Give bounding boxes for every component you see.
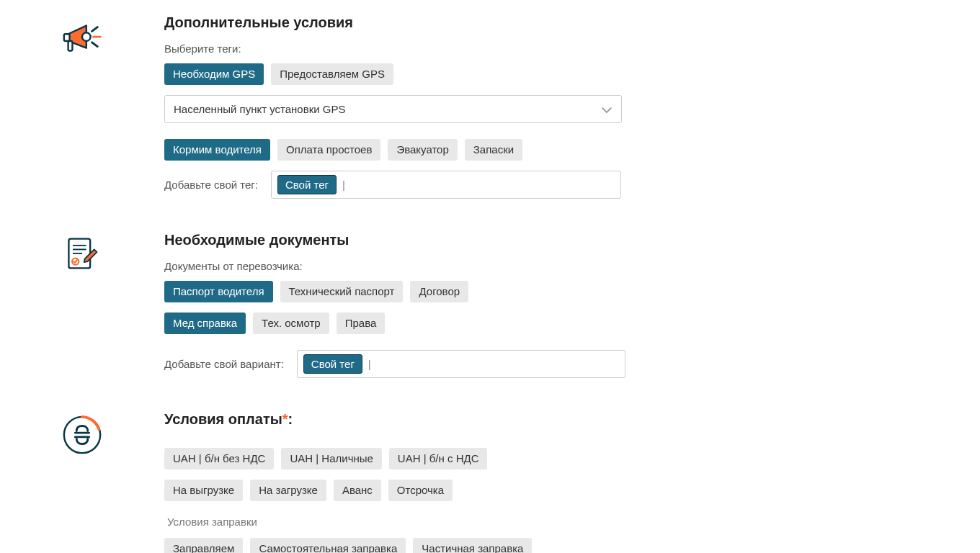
fuel-conditions-label: Условия заправки (164, 516, 625, 528)
custom-tag-label: Добавьте свой тег: (164, 179, 258, 191)
tag-tow-truck[interactable]: Эвакуатор (388, 139, 457, 161)
tag-license[interactable]: Права (337, 313, 386, 334)
payment-timing-row: На выгрузке На загрузке Аванс Отсрочка (164, 480, 625, 501)
tag-uah-noncash-vat[interactable]: UAH | б/н с НДС (389, 448, 488, 469)
svg-point-2 (82, 32, 91, 41)
tag-spares[interactable]: Запаски (465, 139, 522, 161)
documents-sub-label: Документы от перевозчика: (164, 260, 625, 272)
svg-rect-0 (64, 34, 70, 41)
custom-tag-row-additional: Добавьте свой тег: Свой тег | (164, 171, 625, 199)
payment-title-prefix: Условия оплаты (164, 411, 282, 427)
text-cursor: | (342, 179, 345, 191)
svg-line-4 (92, 27, 98, 32)
tag-on-load[interactable]: На загрузке (250, 480, 326, 501)
payment-title-suffix: : (288, 411, 293, 427)
tag-deferred[interactable]: Отсрочка (388, 480, 453, 501)
svg-line-5 (92, 42, 98, 47)
tag-on-unload[interactable]: На выгрузке (164, 480, 243, 501)
tag-tech-inspection[interactable]: Тех. осмотр (253, 313, 329, 334)
tag-need-gps[interactable]: Необходим GPS (164, 63, 264, 85)
custom-variant-row: Добавьте свой вариант: Свой тег | (164, 350, 625, 378)
icon-col (0, 232, 164, 382)
documents-tag-row-1: Паспорт водителя Технический паспорт Дог… (164, 281, 625, 302)
additional-tag-row-2: Кормим водителя Оплата простоев Эвакуато… (164, 139, 625, 161)
section-payment: Условия оплаты*: UAH | б/н без НДС UAH |… (0, 411, 980, 553)
documents-title: Необходимые документы (164, 232, 625, 248)
additional-title: Дополнительные условия (164, 14, 625, 31)
gps-tag-row: Необходим GPS Предоставляем GPS (164, 63, 625, 85)
currency-coin-icon (61, 414, 103, 459)
tag-provide-gps[interactable]: Предоставляем GPS (271, 63, 393, 85)
section-documents: Необходимые документы Документы от перев… (0, 232, 980, 382)
documents-content: Необходимые документы Документы от перев… (164, 232, 625, 382)
tag-partial-refuel[interactable]: Частичная заправка (413, 538, 532, 553)
tag-med-cert[interactable]: Мед справка (164, 313, 246, 334)
icon-col (0, 411, 164, 553)
tag-driver-passport[interactable]: Паспорт водителя (164, 281, 273, 302)
payment-title: Условия оплаты*: (164, 411, 625, 428)
tag-uah-cash[interactable]: UAH | Наличные (281, 448, 381, 469)
custom-tag-chip[interactable]: Свой тег (277, 175, 337, 194)
section-additional-conditions: Дополнительные условия Выберите теги: Не… (0, 14, 980, 203)
icon-col (0, 14, 164, 203)
custom-variant-label: Добавьте свой вариант: (164, 358, 284, 370)
document-sign-icon (63, 235, 101, 275)
custom-tag-input[interactable]: Свой тег | (271, 171, 621, 199)
tag-feed-driver[interactable]: Кормим водителя (164, 139, 270, 161)
documents-tag-row-2: Мед справка Тех. осмотр Права (164, 313, 625, 334)
tag-we-refuel[interactable]: Заправляем (164, 538, 243, 553)
tag-uah-noncash-novat[interactable]: UAH | б/н без НДС (164, 448, 274, 469)
custom-variant-chip[interactable]: Свой тег (303, 354, 362, 374)
gps-place-select[interactable]: Населенный пункт установки GPS (164, 95, 622, 123)
megaphone-icon (60, 17, 104, 65)
tag-tech-passport[interactable]: Технический паспорт (280, 281, 404, 302)
tag-self-refuel[interactable]: Самостоятельная заправка (250, 538, 406, 553)
payment-content: Условия оплаты*: UAH | б/н без НДС UAH |… (164, 411, 625, 553)
custom-variant-input[interactable]: Свой тег | (297, 350, 625, 378)
additional-content: Дополнительные условия Выберите теги: Не… (164, 14, 625, 203)
payment-currency-row: UAH | б/н без НДС UAH | Наличные UAH | б… (164, 448, 625, 469)
text-cursor: | (368, 358, 371, 370)
fuel-row: Заправляем Самостоятельная заправка Част… (164, 538, 625, 553)
tag-downtime-pay[interactable]: Оплата простоев (277, 139, 380, 161)
required-asterisk: * (282, 411, 288, 427)
tag-advance[interactable]: Аванс (334, 480, 381, 501)
svg-rect-1 (68, 41, 73, 51)
choose-tags-label: Выберите теги: (164, 42, 625, 55)
tag-contract[interactable]: Договор (410, 281, 468, 302)
gps-place-input[interactable]: Населенный пункт установки GPS (164, 95, 622, 123)
